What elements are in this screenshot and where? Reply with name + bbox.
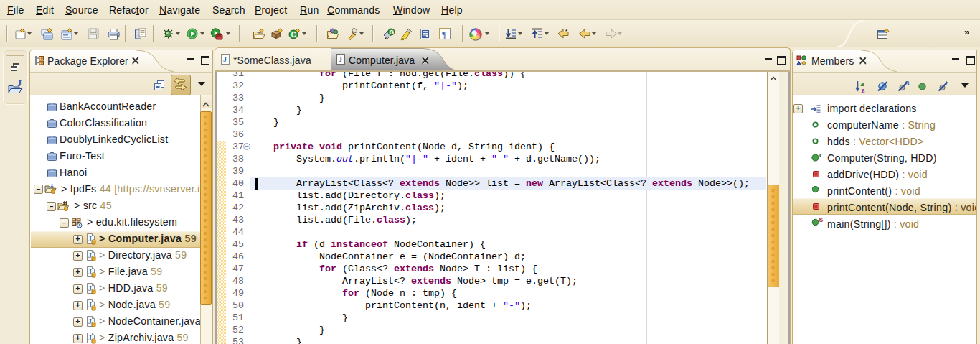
svg-text:c: c [819,152,822,159]
svg-text:¶: ¶ [442,29,447,39]
svg-text:J: J [339,55,342,63]
svg-text:J: J [223,55,227,63]
svg-text:S: S [819,217,824,223]
svg-text:J: J [17,79,22,88]
svg-text:C: C [291,31,296,39]
svg-text:G: G [390,29,395,36]
svg-text:z: z [862,85,865,94]
